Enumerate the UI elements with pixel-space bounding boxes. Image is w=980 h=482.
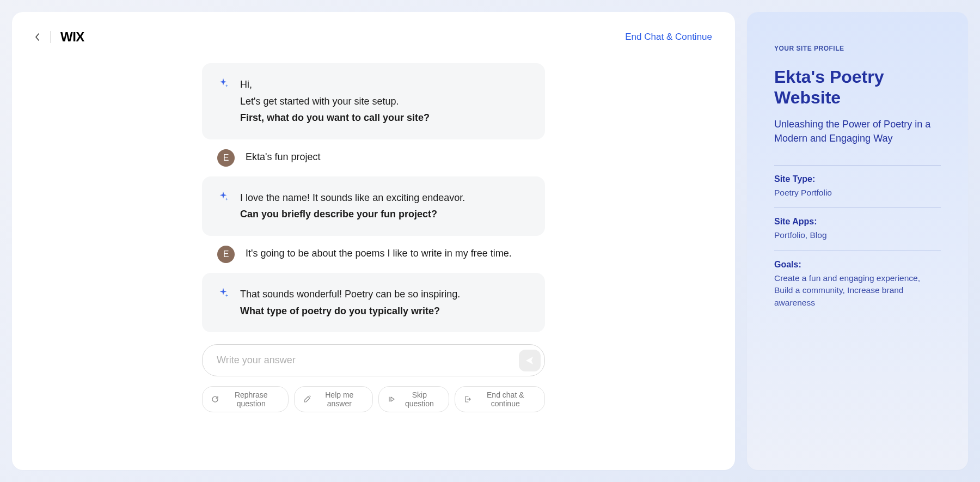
profile-kicker: YOUR SITE PROFILE <box>774 45 941 52</box>
profile-field-value: Create a fun and engaging experience, Bu… <box>774 272 941 309</box>
input-area: Rephrase question Help me answer Skip qu… <box>202 344 545 412</box>
header-left: WIX <box>35 29 84 45</box>
ai-message-line: Hi, <box>240 76 530 93</box>
main-chat-panel: WIX End Chat & Continue Hi,Let's get sta… <box>12 12 735 470</box>
pill-label: End chat & continue <box>475 391 536 408</box>
ai-message-body: Hi,Let's get started with your site setu… <box>240 76 530 126</box>
profile-field-label: Site Type: <box>774 174 941 184</box>
pill-label: Help me answer <box>315 391 364 408</box>
profile-title: Ekta's Poetry Website <box>774 66 941 108</box>
profile-field-label: Goals: <box>774 260 941 270</box>
ai-message-body: That sounds wonderful! Poetry can be so … <box>240 286 530 319</box>
user-message: EIt's going to be about the poems I like… <box>202 246 545 263</box>
ai-message-line: That sounds wonderful! Poetry can be so … <box>240 286 530 303</box>
skip-icon <box>388 395 395 404</box>
sparkle-icon <box>217 77 229 89</box>
sparkle-icon <box>217 191 229 203</box>
user-message-text: It's going to be about the poems I like … <box>246 246 512 259</box>
profile-field-value: Portfolio, Blog <box>774 229 941 241</box>
ai-message: I love the name! It sounds like an excit… <box>202 176 545 236</box>
profile-fields: Site Type:Poetry PortfolioSite Apps:Port… <box>774 165 941 318</box>
user-avatar: E <box>217 149 235 167</box>
skip-button[interactable]: Skip question <box>378 386 449 412</box>
chat-container: Hi,Let's get started with your site setu… <box>35 63 712 455</box>
profile-field-value: Poetry Portfolio <box>774 187 941 199</box>
profile-subtitle: Unleashing the Power of Poetry in a Mode… <box>774 117 941 145</box>
site-profile-panel: YOUR SITE PROFILE Ekta's Poetry Website … <box>747 12 968 470</box>
input-row <box>202 344 545 376</box>
refresh-icon <box>211 395 219 404</box>
header: WIX End Chat & Continue <box>35 29 712 45</box>
user-message: EEkta's fun project <box>202 149 545 167</box>
exit-icon <box>464 395 471 404</box>
pill-label: Skip question <box>399 391 439 408</box>
profile-field: Site Type:Poetry Portfolio <box>774 165 941 208</box>
rephrase-button[interactable]: Rephrase question <box>202 386 289 412</box>
end-chat-link[interactable]: End Chat & Continue <box>625 32 712 42</box>
answer-input[interactable] <box>202 344 545 376</box>
ai-message-question: Can you briefly describe your fun projec… <box>240 206 530 223</box>
ai-message-line: I love the name! It sounds like an excit… <box>240 190 530 206</box>
ai-message-question: What type of poetry do you typically wri… <box>240 303 530 320</box>
ai-message-line: Let's get started with your site setup. <box>240 93 530 110</box>
ai-message-question: First, what do you want to call your sit… <box>240 109 530 126</box>
end-chat-button[interactable]: End chat & continue <box>455 386 545 412</box>
profile-field: Goals:Create a fun and engaging experien… <box>774 251 941 318</box>
pill-label: Rephrase question <box>223 391 279 408</box>
ai-message-body: I love the name! It sounds like an excit… <box>240 190 530 223</box>
user-message-text: Ekta's fun project <box>246 149 321 163</box>
chat-stream: Hi,Let's get started with your site setu… <box>202 63 545 332</box>
action-row: Rephrase question Help me answer Skip qu… <box>202 386 545 412</box>
chevron-left-icon <box>35 33 40 41</box>
profile-field: Site Apps:Portfolio, Blog <box>774 208 941 250</box>
ai-message: Hi,Let's get started with your site setu… <box>202 63 545 139</box>
sparkle-icon <box>217 287 229 299</box>
wix-logo: WIX <box>60 29 84 45</box>
send-icon <box>525 356 535 365</box>
ai-message: That sounds wonderful! Poetry can be so … <box>202 273 545 332</box>
user-avatar: E <box>217 246 235 263</box>
profile-field-label: Site Apps: <box>774 217 941 227</box>
send-button[interactable] <box>519 350 541 371</box>
back-button[interactable] <box>35 33 40 41</box>
help-answer-button[interactable]: Help me answer <box>294 386 373 412</box>
pencil-sparkle-icon <box>303 395 311 404</box>
divider <box>50 31 51 43</box>
